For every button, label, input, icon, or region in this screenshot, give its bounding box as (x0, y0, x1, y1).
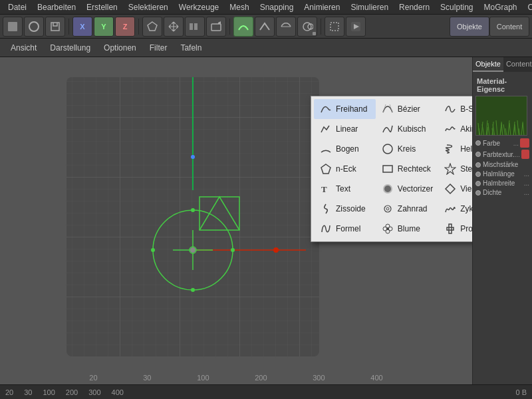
new-btn[interactable] (3, 17, 23, 37)
menu-werkzeuge[interactable]: Werkzeuge (174, 1, 224, 13)
dropdown-item-zahnrad[interactable]: Zahnrad (376, 199, 438, 219)
dropdown-label-formel: Formel (336, 224, 360, 233)
profile-icon (444, 222, 457, 235)
x-rotate-btn[interactable]: X (72, 17, 92, 37)
svg-rect-5 (211, 24, 221, 31)
dropdown-grid: Freihand Bézier B-Spline (314, 99, 472, 239)
halmlaenge-label: Halmlänge (483, 170, 524, 178)
dropdown-item-viereck[interactable]: Viereck (438, 179, 472, 199)
material-panel: Material-Eigensc (473, 72, 532, 201)
menu-ansicht[interactable]: Ansicht (5, 42, 42, 54)
mat-prop-halmbreite: Halmbreite ... (475, 180, 529, 187)
dropdown-item-text[interactable]: T Text (314, 179, 376, 199)
y-rotate-btn[interactable]: Y (94, 17, 114, 37)
farbe-btn[interactable] (520, 138, 529, 148)
farbe-dots: ... (513, 140, 519, 147)
svg-point-47 (386, 227, 389, 230)
dropdown-item-bezier[interactable]: Bézier (376, 99, 438, 119)
dropdown-item-rechteck[interactable]: Rechteck (376, 159, 438, 179)
farbtextur-btn[interactable] (521, 150, 529, 159)
objekte-tab-btn[interactable]: Objekte (450, 17, 489, 37)
menu-filter[interactable]: Filter (144, 42, 173, 54)
dropdown-item-profil[interactable]: Profil (438, 219, 472, 239)
dropdown-item-zissoide[interactable]: Zissoide (314, 199, 376, 219)
dropdown-item-bogen[interactable]: Bogen (314, 139, 376, 159)
menu-optionen[interactable]: Optionen (98, 42, 142, 54)
svg-point-26 (231, 248, 235, 252)
npolygon-icon (319, 162, 332, 176)
menu-erstellen[interactable]: Erstellen (81, 1, 123, 13)
render-btn[interactable] (346, 17, 366, 37)
dropdown-item-helix[interactable]: Helix (438, 139, 472, 159)
material-thumbnail (475, 96, 527, 136)
anim-btn[interactable] (185, 17, 205, 37)
menu-snapping[interactable]: Snapping (255, 1, 299, 13)
viewport[interactable]: 20 30 100 200 300 400 Freihand (0, 57, 472, 384)
dropdown-label-text: Text (336, 184, 350, 194)
menu-bearbeiten[interactable]: Bearbeiten (32, 1, 81, 13)
formula-icon (319, 222, 332, 235)
cissoid-icon (319, 202, 332, 215)
vectorizer-icon (381, 182, 394, 196)
farbe-label: Farbe (483, 140, 513, 147)
panel-tabs: Objekte Content (473, 57, 532, 72)
dropdown-item-zykloide[interactable]: Zykloide (438, 199, 472, 219)
tab-content[interactable]: Content (503, 57, 532, 72)
move-btn[interactable] (164, 17, 184, 37)
svg-marker-36 (445, 164, 456, 174)
halmbreite-label: Halmbreite (483, 180, 524, 187)
open-btn[interactable] (24, 17, 44, 37)
dropdown-item-stern[interactable]: Stern (438, 159, 472, 179)
axis-label-30: 30 (143, 374, 151, 382)
spline4-btn[interactable] (297, 17, 317, 37)
spline-dropdown[interactable]: Freihand Bézier B-Spline (311, 96, 472, 242)
svg-rect-10 (331, 23, 338, 31)
poly-btn[interactable] (142, 17, 162, 37)
dropdown-item-neck[interactable]: n-Eck (314, 159, 376, 179)
save-btn[interactable] (45, 17, 65, 37)
menu-mesh[interactable]: Mesh (224, 1, 254, 13)
svg-rect-48 (449, 224, 452, 233)
content-tab-btn[interactable]: Content (489, 17, 529, 37)
halmlaenge-dots: ... (524, 170, 529, 178)
menu-sculpting[interactable]: Sculpting (435, 1, 478, 13)
mat-prop-farbtextur: Farbtextur. ... (475, 150, 529, 159)
svg-marker-34 (321, 164, 331, 174)
menu-tafeln[interactable]: Tafeln (175, 42, 207, 54)
camera-btn[interactable] (206, 17, 226, 37)
menu-rendern[interactable]: Rendern (394, 1, 435, 13)
dropdown-item-kreis[interactable]: Kreis (376, 139, 438, 159)
dropdown-item-linear[interactable]: Linear (314, 119, 376, 139)
spline-pen-btn[interactable] (233, 17, 253, 37)
secondary-toolbar: Ansicht Darstellung Optionen Filter Tafe… (0, 39, 532, 57)
render-region-btn[interactable] (325, 17, 344, 37)
svg-rect-4 (194, 23, 198, 30)
dropdown-item-vectorizer[interactable]: Vectorizer (376, 179, 438, 199)
tab-objekte[interactable]: Objekte (473, 57, 503, 72)
dropdown-item-kubisch[interactable]: Kubisch (376, 119, 438, 139)
dichte-label: Dichte (483, 189, 524, 196)
menu-simulieren[interactable]: Simulieren (345, 1, 394, 13)
menu-datei[interactable]: Datei (3, 1, 32, 13)
menu-animieren[interactable]: Animieren (299, 1, 345, 13)
svg-rect-0 (8, 22, 17, 31)
dropdown-item-blume[interactable]: Blume (376, 219, 438, 239)
dropdown-item-bspline[interactable]: B-Spline (438, 99, 472, 119)
farbtextur-dots: ... (515, 151, 520, 158)
dropdown-label-stern: Stern (460, 164, 472, 174)
spline3-btn[interactable] (276, 17, 296, 37)
svg-marker-2 (148, 22, 157, 31)
cubic-icon (381, 122, 394, 136)
menu-selektieren[interactable]: Selektieren (123, 1, 174, 13)
dropdown-item-formel[interactable]: Formel (314, 219, 376, 239)
menu-darstellung[interactable]: Darstellung (45, 42, 96, 54)
dropdown-label-helix: Helix (460, 144, 472, 154)
dropdown-item-freihand[interactable]: Freihand (314, 99, 376, 119)
main-area: 20 30 100 200 300 400 Freihand (0, 57, 532, 384)
menu-mograph[interactable]: MoGraph (478, 1, 522, 13)
dropdown-item-akima[interactable]: Akima (438, 119, 472, 139)
menu-charakter[interactable]: Charakter (523, 1, 532, 13)
status-coord-400: 400 (112, 388, 124, 396)
spline2-btn[interactable] (255, 17, 275, 37)
z-rotate-btn[interactable]: Z (115, 17, 135, 37)
